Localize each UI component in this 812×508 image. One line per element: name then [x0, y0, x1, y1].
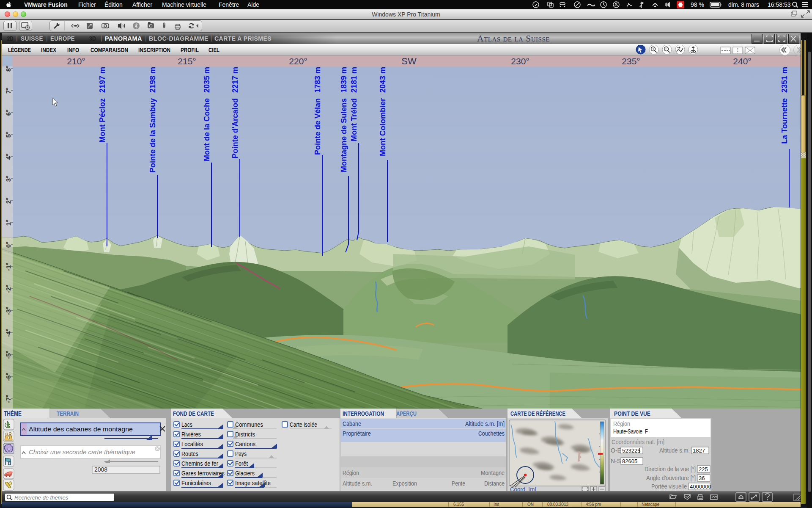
svg-text:EUROPE: EUROPE	[50, 35, 75, 42]
svg-text:Altitude des cabanes de montag: Altitude des cabanes de montagne	[29, 425, 133, 433]
svg-text:7°: 7°	[5, 88, 12, 94]
svg-text:Distance: Distance	[484, 480, 505, 487]
svg-text:Montagne de Sulens: Montagne de Sulens	[340, 98, 348, 172]
svg-text:-2°: -2°	[5, 284, 12, 293]
svg-text:Couchettes: Couchettes	[478, 430, 505, 437]
svg-text:PANORAMA: PANORAMA	[105, 35, 142, 42]
svg-text:Chemins de fer: Chemins de fer	[181, 460, 218, 467]
svg-text:0°: 0°	[5, 242, 12, 248]
svg-text:Coordonnées nat. [m]: Coordonnées nat. [m]	[612, 438, 664, 445]
svg-text:4°: 4°	[5, 154, 12, 160]
svg-text:Portée visuelle: Portée visuelle	[651, 483, 687, 490]
svg-text:La Tournette: La Tournette	[780, 98, 789, 144]
svg-text:Montagne: Montagne	[481, 469, 505, 476]
svg-text:TERRAIN: TERRAIN	[57, 410, 79, 417]
svg-text:2217 m: 2217 m	[231, 67, 239, 93]
svg-text:2°: 2°	[5, 198, 12, 204]
svg-text:225: 225	[699, 466, 708, 472]
svg-text:Pointe de Vélan: Pointe de Vélan	[313, 98, 322, 155]
svg-text:1783 m: 1783 m	[313, 67, 322, 93]
svg-text:-3°: -3°	[5, 306, 12, 315]
svg-text:SUISSE: SUISSE	[21, 35, 43, 42]
svg-text:220°: 220°	[289, 56, 307, 66]
svg-text:Rivières: Rivières	[181, 431, 201, 438]
svg-text:2197 m: 2197 m	[98, 67, 107, 93]
svg-text:|: |	[16, 35, 18, 41]
svg-text:|: |	[101, 35, 102, 41]
svg-text:Communes: Communes	[235, 421, 263, 428]
svg-text:82605: 82605	[622, 458, 637, 464]
svg-text:Lacs: Lacs	[181, 421, 192, 428]
svg-text:3D: 3D	[89, 35, 96, 42]
svg-text:CARTE DE RÉFÉRENCE: CARTE DE RÉFÉRENCE	[510, 410, 565, 417]
svg-text:Altitude s.m.: Altitude s.m.	[659, 447, 690, 454]
svg-text:2043 m: 2043 m	[379, 67, 387, 93]
svg-text:|: |	[211, 35, 212, 41]
svg-text:O-E: O-E	[611, 447, 621, 454]
svg-text:Pays: Pays	[235, 450, 247, 457]
svg-text:CIEL: CIEL	[208, 46, 219, 53]
svg-text:-6°: -6°	[5, 373, 12, 381]
svg-text:Altitude s.m. [m]: Altitude s.m. [m]	[465, 420, 505, 427]
svg-text:THÈME: THÈME	[4, 410, 22, 417]
svg-text:Pointe d'Arcalod: Pointe d'Arcalod	[231, 98, 239, 158]
svg-text:215°: 215°	[178, 56, 196, 66]
svg-text:INTERROGATION: INTERROGATION	[343, 410, 384, 417]
svg-text:2181 m: 2181 m	[350, 67, 358, 93]
svg-text:1827: 1827	[693, 447, 705, 454]
svg-text:523225: 523225	[622, 447, 640, 454]
svg-text:BLOC-DIAGRAMME: BLOC-DIAGRAMME	[149, 35, 208, 42]
svg-text:Pente: Pente	[452, 480, 465, 487]
svg-text:Mont de la Coche: Mont de la Coche	[203, 98, 211, 161]
svg-text:Routes: Routes	[181, 450, 198, 457]
svg-text:5°: 5°	[5, 132, 12, 138]
svg-text:|: |	[145, 35, 147, 41]
svg-text:6°: 6°	[5, 110, 12, 116]
svg-text:PROFIL: PROFIL	[181, 46, 199, 53]
svg-text:-4°: -4°	[5, 329, 12, 337]
svg-text:FOND DE CARTE: FOND DE CARTE	[173, 410, 214, 417]
svg-text:Carte isolée: Carte isolée	[290, 421, 317, 428]
svg-text:INFO: INFO	[67, 46, 79, 53]
svg-text:Cabane: Cabane	[343, 420, 361, 427]
svg-text:|: |	[46, 35, 48, 41]
svg-text:Image satellite: Image satellite	[235, 479, 271, 486]
svg-text:-1°: -1°	[5, 262, 12, 271]
svg-text:INSCRIPTION: INSCRIPTION	[138, 46, 170, 53]
svg-text:210°: 210°	[67, 56, 85, 66]
svg-text:-5°: -5°	[5, 351, 12, 359]
svg-text:36: 36	[699, 475, 705, 481]
svg-text:N-S: N-S	[611, 458, 621, 464]
svg-text:Districts: Districts	[235, 431, 255, 438]
svg-text:Mont Trélod: Mont Trélod	[350, 98, 358, 141]
svg-text:CARTE A PRISMES: CARTE A PRISMES	[214, 35, 272, 42]
svg-text:Glaciers: Glaciers	[235, 469, 255, 477]
svg-text:LÉGENDE: LÉGENDE	[8, 46, 31, 53]
svg-text:COMPARAISON: COMPARAISON	[91, 46, 128, 53]
svg-text:Exposition: Exposition	[392, 480, 417, 487]
svg-text:2D: 2D	[7, 35, 14, 42]
svg-text:Région: Région	[613, 420, 630, 427]
svg-text:2351 m: 2351 m	[780, 67, 789, 93]
svg-text:3°: 3°	[5, 176, 12, 182]
svg-text:Altitude s.m.: Altitude s.m.	[343, 480, 372, 487]
svg-text:INDEX: INDEX	[41, 46, 56, 53]
svg-text:235°: 235°	[622, 56, 640, 66]
svg-text:POINT DE VUE: POINT DE VUE	[614, 410, 650, 417]
svg-text:4000000: 4000000	[690, 483, 711, 490]
svg-text:2035 m: 2035 m	[203, 67, 211, 93]
svg-text:SW: SW	[401, 56, 417, 66]
svg-text:1°: 1°	[5, 220, 12, 226]
svg-text:Forêt: Forêt	[235, 460, 248, 467]
svg-text:Localités: Localités	[181, 440, 203, 447]
svg-text:1839 m: 1839 m	[340, 67, 348, 93]
svg-text:Propriétaire: Propriétaire	[343, 430, 371, 437]
svg-text:Cantons: Cantons	[235, 440, 255, 447]
svg-text:8°: 8°	[5, 66, 12, 72]
svg-text:Funiculaires: Funiculaires	[181, 479, 211, 486]
svg-text:240°: 240°	[733, 56, 751, 66]
svg-text:2198 m: 2198 m	[148, 67, 157, 93]
svg-text:Mont Pécloz: Mont Pécloz	[98, 98, 107, 143]
svg-text:Mont Colombier: Mont Colombier	[379, 98, 387, 156]
svg-text:Pointe de la Sambuy: Pointe de la Sambuy	[148, 98, 157, 173]
